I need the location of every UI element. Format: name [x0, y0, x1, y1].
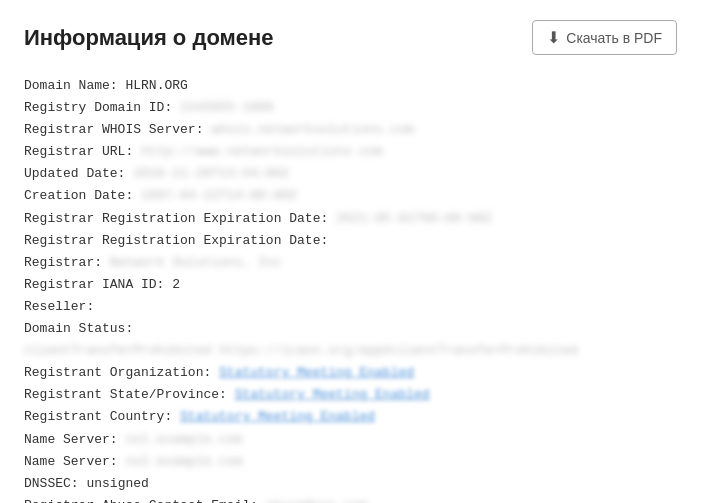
whois-row: Domain Name: HLRN.ORG — [24, 75, 677, 97]
whois-label: Registry Domain ID: — [24, 97, 180, 119]
whois-row: Registrant State/Province: Statutory Mee… — [24, 384, 677, 406]
whois-label: Registrar Registration Expiration Date: — [24, 230, 336, 252]
whois-row: Registrar Registration Expiration Date: … — [24, 208, 677, 230]
whois-row: Creation Date: 1997-04-22T14:00:00Z — [24, 185, 677, 207]
whois-value: unsigned — [86, 473, 148, 495]
whois-label: Domain Status: — [24, 318, 141, 340]
whois-content: Domain Name: HLRN.ORGRegistry Domain ID:… — [24, 75, 677, 503]
whois-label: Registrar IANA ID: — [24, 274, 172, 296]
whois-label: Name Server: — [24, 429, 125, 451]
whois-label: Registrar WHOIS Server: — [24, 119, 211, 141]
whois-row: Reseller: — [24, 296, 677, 318]
whois-row: Registrar: Network Solutions, Inc — [24, 252, 677, 274]
whois-row: Name Server: ns2.example.com — [24, 451, 677, 473]
whois-row: Registrar IANA ID: 2 — [24, 274, 677, 296]
whois-value: whois.networksolutions.com — [211, 119, 414, 141]
whois-row: Name Server: ns1.example.com — [24, 429, 677, 451]
whois-label: Registrar Abuse Contact Email: — [24, 495, 266, 503]
whois-label: Creation Date: — [24, 185, 141, 207]
whois-row: Registrant Country: Statutory Meeting En… — [24, 406, 677, 428]
whois-row: Registrant Organization: Statutory Meeti… — [24, 362, 677, 384]
whois-value: Statutory Meeting Enabled — [235, 384, 430, 406]
whois-label: Registrant Country: — [24, 406, 180, 428]
whois-label: Updated Date: — [24, 163, 133, 185]
whois-label: Registrant State/Province: — [24, 384, 235, 406]
whois-value: 2021-05-01T00:00:00Z — [336, 208, 492, 230]
whois-row: Registrar Registration Expiration Date: — [24, 230, 677, 252]
whois-value: 2345055-1808 — [180, 97, 274, 119]
whois-value: Network Solutions, Inc — [110, 252, 282, 274]
whois-row: Registrar URL: http://www.networksolutio… — [24, 141, 677, 163]
whois-row: Updated Date: 2018-11-20T13:54:002 — [24, 163, 677, 185]
whois-value: clientTransferProhibited https://icann.o… — [24, 340, 578, 362]
whois-label: Registrar: — [24, 252, 110, 274]
whois-value: HLRN.ORG — [125, 75, 187, 97]
whois-value: 2 — [172, 274, 180, 296]
whois-value: 2018-11-20T13:54:002 — [133, 163, 289, 185]
whois-label: Domain Name: — [24, 75, 125, 97]
page-header: Информация о домене ⬇ Скачать в PDF — [24, 20, 677, 55]
whois-row: Domain Status: clientTransferProhibited … — [24, 318, 677, 362]
download-pdf-button[interactable]: ⬇ Скачать в PDF — [532, 20, 677, 55]
whois-label: Registrar Registration Expiration Date: — [24, 208, 336, 230]
whois-label: DNSSEC: — [24, 473, 86, 495]
whois-value: ns2.example.com — [125, 451, 242, 473]
whois-row: Registrar WHOIS Server: whois.networksol… — [24, 119, 677, 141]
whois-row: Registrar Abuse Contact Email: abuse@nsi… — [24, 495, 677, 503]
whois-value: http://www.networksolutions.com — [141, 141, 383, 163]
whois-row: DNSSEC: unsigned — [24, 473, 677, 495]
whois-value: Statutory Meeting Enabled — [219, 362, 414, 384]
page-title: Информация о домене — [24, 25, 274, 51]
whois-label: Reseller: — [24, 296, 102, 318]
download-label: Скачать в PDF — [566, 30, 662, 46]
whois-value: abuse@nsi.com — [266, 495, 367, 503]
whois-value: Statutory Meeting Enabled — [180, 406, 375, 428]
whois-value: 1997-04-22T14:00:00Z — [141, 185, 297, 207]
whois-label: Name Server: — [24, 451, 125, 473]
whois-value: ns1.example.com — [125, 429, 242, 451]
whois-label: Registrar URL: — [24, 141, 141, 163]
download-icon: ⬇ — [547, 28, 560, 47]
whois-row: Registry Domain ID: 2345055-1808 — [24, 97, 677, 119]
whois-label: Registrant Organization: — [24, 362, 219, 384]
